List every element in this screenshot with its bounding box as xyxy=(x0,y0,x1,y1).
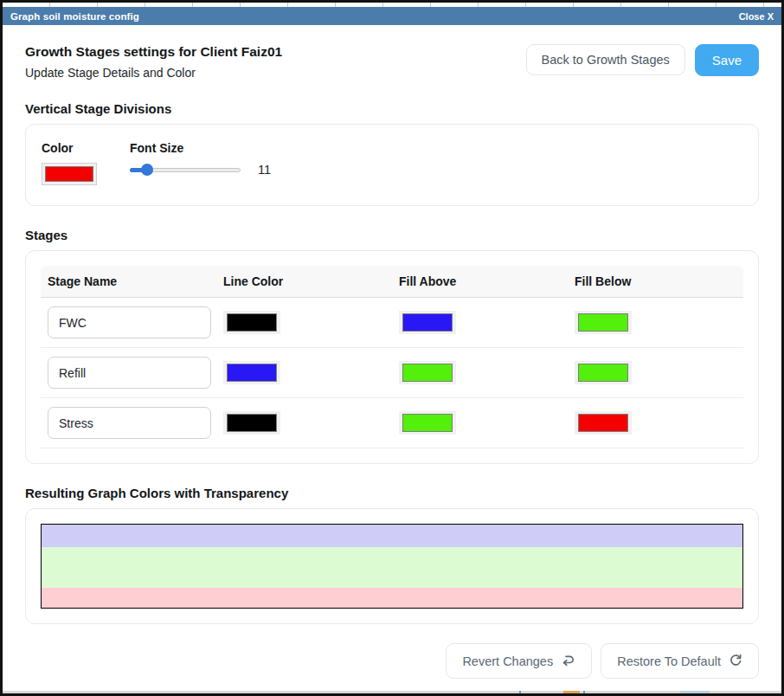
undo-icon xyxy=(561,654,575,669)
fill-below-value xyxy=(578,364,628,382)
stages-heading: Stages xyxy=(25,228,759,242)
close-button[interactable]: Close X xyxy=(739,11,774,22)
refresh-icon xyxy=(729,653,742,669)
preview-band-middle xyxy=(42,547,742,588)
font-size-label: Font Size xyxy=(130,141,271,155)
fill-above-picker[interactable] xyxy=(399,411,456,435)
restore-default-label: Restore To Default xyxy=(617,654,721,668)
modal-title: Graph soil moisture config xyxy=(10,11,139,22)
stage-name-input[interactable] xyxy=(48,357,211,389)
vertical-divisions-card: Color Font Size 11 xyxy=(25,124,759,206)
restore-to-default-button[interactable]: Restore To Default xyxy=(601,643,759,679)
division-color-picker[interactable] xyxy=(42,163,97,185)
stage-name-input[interactable] xyxy=(48,306,211,338)
line-color-value xyxy=(227,364,277,382)
transparency-preview xyxy=(41,524,743,609)
preview-band-bottom xyxy=(42,588,742,608)
revert-changes-button[interactable]: Revert Changes xyxy=(446,643,592,679)
back-to-growth-stages-button[interactable]: Back to Growth Stages xyxy=(526,44,685,75)
preview-heading: Resulting Graph Colors with Transparency xyxy=(25,486,759,500)
line-color-picker[interactable] xyxy=(223,411,280,435)
col-fill-below: Fill Below xyxy=(568,266,743,297)
header-text: Growth Stages settings for Client Faiz01… xyxy=(25,44,282,80)
table-row xyxy=(41,398,743,448)
fill-below-value xyxy=(578,313,628,332)
vertical-divisions-heading: Vertical Stage Divisions xyxy=(25,101,759,116)
preview-band-top xyxy=(42,525,742,547)
color-label: Color xyxy=(42,141,97,155)
table-row xyxy=(41,348,743,398)
font-size-slider[interactable] xyxy=(130,164,241,176)
page-behind-bottom xyxy=(3,691,781,693)
line-color-picker[interactable] xyxy=(223,311,280,334)
stages-card: Stage Name Line Color Fill Above Fill Be… xyxy=(25,250,759,464)
col-line-color: Line Color xyxy=(216,266,392,297)
header-row: Growth Stages settings for Client Faiz01… xyxy=(25,44,759,80)
fill-above-picker[interactable] xyxy=(399,311,456,334)
division-color-value xyxy=(45,166,93,182)
fill-above-picker[interactable] xyxy=(399,361,456,384)
save-button[interactable]: Save xyxy=(695,44,759,76)
fill-below-picker[interactable] xyxy=(575,411,632,435)
col-fill-above: Fill Above xyxy=(392,266,568,297)
stages-table-header: Stage Name Line Color Fill Above Fill Be… xyxy=(41,266,743,298)
header-actions: Back to Growth Stages Save xyxy=(526,44,760,76)
page-subtitle: Update Stage Details and Color xyxy=(25,66,282,80)
modal-titlebar: Graph soil moisture config Close X xyxy=(3,7,781,25)
line-color-value xyxy=(227,313,277,332)
revert-changes-label: Revert Changes xyxy=(462,654,553,668)
fill-above-value xyxy=(402,313,453,332)
fill-above-value xyxy=(402,414,453,432)
stages-table: Stage Name Line Color Fill Above Fill Be… xyxy=(41,266,743,448)
table-row xyxy=(41,298,743,348)
col-stage-name: Stage Name xyxy=(41,266,216,297)
slider-thumb[interactable] xyxy=(141,164,153,176)
division-color-field: Color xyxy=(42,141,97,185)
modal-content: Growth Stages settings for Client Faiz01… xyxy=(3,25,781,691)
font-size-field: Font Size 11 xyxy=(130,141,271,177)
footer-actions: Revert Changes Restore To Default xyxy=(25,643,759,679)
fill-above-value xyxy=(402,364,453,382)
font-size-value: 11 xyxy=(258,163,271,177)
fill-below-picker[interactable] xyxy=(575,361,632,384)
line-color-picker[interactable] xyxy=(223,361,280,384)
preview-card xyxy=(25,508,759,624)
fill-below-picker[interactable] xyxy=(575,311,632,334)
line-color-value xyxy=(227,414,277,432)
stage-name-input[interactable] xyxy=(48,407,211,439)
fill-below-value xyxy=(578,414,628,432)
page-title: Growth Stages settings for Client Faiz01 xyxy=(25,44,282,60)
